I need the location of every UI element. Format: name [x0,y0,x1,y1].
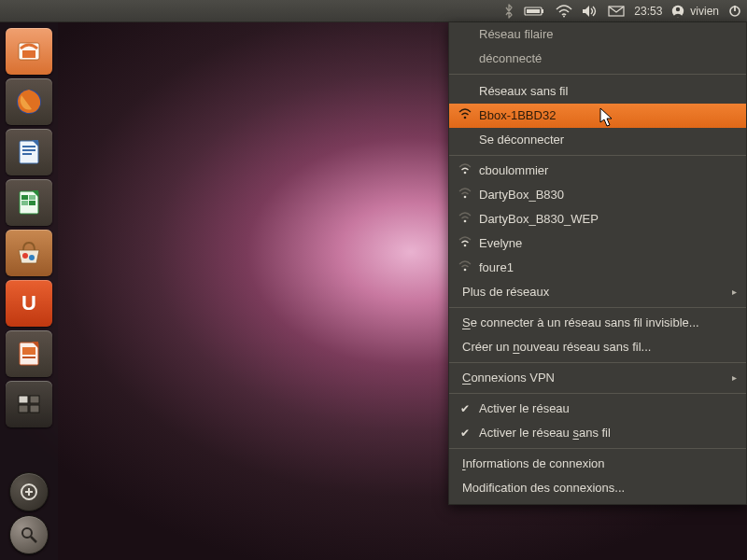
wifi-signal-icon [458,107,472,124]
svg-rect-14 [22,149,35,151]
svg-rect-21 [29,201,35,205]
svg-rect-33 [30,405,39,413]
create-network[interactable]: Créer un nouveau réseau sans fil... [449,335,746,359]
user-name: vivien [690,5,719,18]
user-icon [671,5,684,18]
power-icon[interactable] [728,5,741,18]
vpn-connections[interactable]: Connexions VPN [449,366,746,390]
label-rest: onnexions VPN [471,371,555,385]
more-networks[interactable]: Plus de réseaux [449,280,746,304]
label-rest: ans fil [579,426,611,440]
label: Activer le réseau [479,401,570,415]
mouse-cursor [599,107,614,132]
launcher-writer[interactable] [6,129,52,175]
wifi-icon[interactable] [556,5,572,18]
svg-rect-1 [542,9,543,13]
wifi-item[interactable]: DartyBox_B830 [449,183,746,207]
launcher-firefox[interactable] [6,78,52,125]
user-menu[interactable]: vivien [671,5,719,18]
svg-point-3 [563,15,565,17]
enable-networking[interactable]: ✔ Activer le réseau [449,397,746,421]
launcher: U [0,22,58,560]
label-rest: nformations de connexion [466,456,605,470]
svg-point-42 [464,220,467,223]
connection-info[interactable]: Informations de connexion [449,452,746,476]
menu-separator [449,307,746,308]
wifi-signal-icon [458,211,472,228]
svg-rect-18 [21,195,28,200]
svg-rect-13 [22,146,35,147]
svg-rect-15 [22,153,32,155]
network-menu: Réseau filaire déconnecté Réseaux sans f… [448,22,747,505]
wifi-signal-icon [458,187,472,203]
battery-icon[interactable] [524,6,546,17]
wifi-ssid-label: DartyBox_B830 [479,188,564,202]
top-panel: 23:53 vivien [0,0,747,22]
wifi-ssid-label: DartyBox_B830_WEP [479,212,599,226]
svg-rect-28 [22,357,35,358]
label-rest: ouveau réseau sans fil... [519,340,651,354]
check-icon: ✔ [460,400,470,417]
clock[interactable]: 23:53 [634,5,662,18]
check-icon: ✔ [460,425,470,441]
svg-line-38 [31,537,36,542]
menu-separator [449,74,746,75]
svg-rect-12 [20,141,38,163]
svg-point-37 [22,528,32,538]
wifi-item[interactable]: foure1 [449,256,746,280]
mail-icon[interactable] [608,6,625,17]
svg-point-24 [29,255,35,260]
label-part: Activer le réseau [479,426,572,440]
launcher-workspace-switcher[interactable] [6,381,52,427]
connect-hidden[interactable]: Se connecter à un réseau sans fil invisi… [449,311,746,335]
launcher-files-lens[interactable] [9,515,49,554]
volume-icon[interactable] [582,5,599,18]
svg-text:U: U [21,291,36,315]
wifi-item[interactable]: Evelyne [449,231,746,256]
wireless-header: Réseaux sans fil [449,77,746,104]
wifi-signal-icon [458,162,472,179]
launcher-files[interactable] [6,28,52,75]
svg-rect-20 [21,201,28,205]
svg-point-39 [464,117,467,119]
svg-point-44 [464,269,467,272]
svg-point-23 [22,253,28,259]
svg-point-43 [464,245,467,247]
launcher-ubuntu-one[interactable]: U [6,280,52,327]
wifi-connected-item[interactable]: Bbox-1BBD32 [449,104,746,128]
menu-separator [449,448,746,449]
wifi-signal-icon [458,235,472,252]
svg-rect-31 [30,396,39,403]
launcher-calc[interactable] [6,179,52,226]
wifi-ssid-label: foure1 [479,260,514,274]
launcher-impress[interactable] [6,330,52,377]
bluetooth-icon[interactable] [503,4,514,19]
svg-point-6 [676,7,680,10]
launcher-apps-lens[interactable] [9,472,49,511]
mnemonic: C [462,371,471,385]
enable-wifi[interactable]: ✔ Activer le réseau sans fil [449,421,746,445]
wifi-item[interactable]: DartyBox_B830_WEP [449,207,746,231]
wired-status: déconnecté [449,47,746,71]
svg-rect-2 [527,9,540,13]
wifi-signal-icon [458,259,472,276]
svg-rect-30 [19,396,28,403]
svg-rect-19 [29,195,35,200]
wifi-ssid-label: cboulommier [479,163,548,177]
svg-point-41 [464,196,467,199]
menu-separator [449,155,746,156]
wifi-disconnect[interactable]: Se déconnecter [449,128,746,152]
menu-separator [449,362,746,363]
wifi-ssid-label: Bbox-1BBD32 [479,108,556,122]
launcher-software-center[interactable] [6,230,52,276]
edit-connections[interactable]: Modification des connexions... [449,476,746,500]
wired-header: Réseau filaire [449,22,746,47]
wifi-item[interactable]: cboulommier [449,159,746,183]
mnemonic: S [462,315,471,329]
label-part: Créer un [462,340,513,354]
menu-separator [449,393,746,394]
svg-point-40 [464,172,467,175]
label-rest: e connecter à un réseau sans fil invisib… [471,315,699,329]
svg-rect-27 [22,347,35,355]
svg-rect-10 [22,50,35,58]
